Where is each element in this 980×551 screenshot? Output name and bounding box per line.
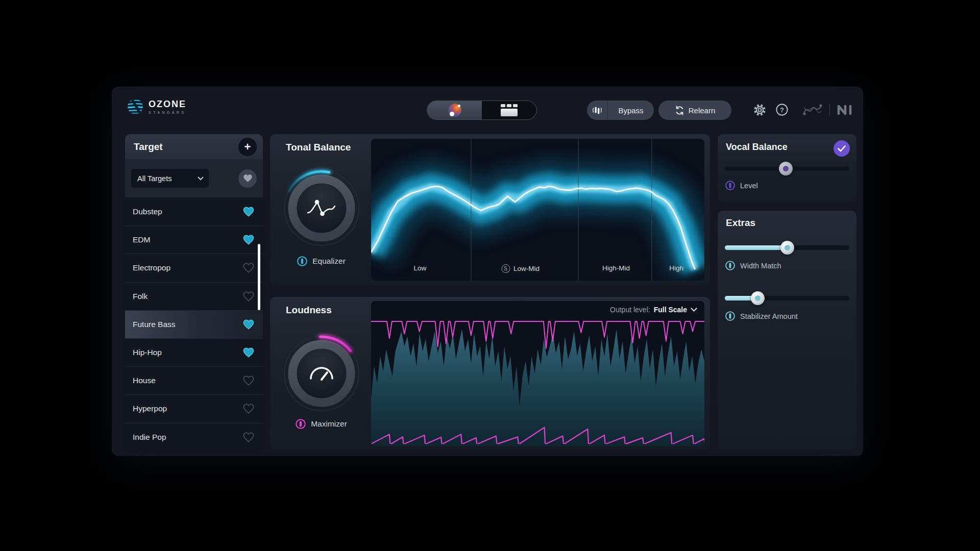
target-list-item[interactable]: House	[125, 366, 263, 394]
tonal-balance-display[interactable]: LowSLow-MidHigh-MidHigh	[371, 139, 704, 281]
chevron-down-icon[interactable]	[691, 308, 697, 312]
width-match-slider[interactable]	[725, 241, 849, 255]
ozone-plugin-window: OZONE STANDARD Bypass Relear	[112, 87, 863, 456]
heart-icon	[243, 174, 253, 183]
favorite-heart-icon[interactable]	[243, 291, 254, 302]
equalizer-power-icon[interactable]	[297, 256, 308, 267]
check-icon	[838, 145, 846, 152]
view-toggle	[427, 101, 537, 120]
band-label-low: Low	[414, 264, 427, 272]
stabilizer-label: Stabilizer Amount	[740, 312, 798, 320]
favorite-heart-icon[interactable]	[243, 263, 254, 273]
loudness-title: Loudness	[286, 305, 332, 316]
target-list-item[interactable]: Hyperpop	[125, 394, 263, 422]
sphere-view-icon	[448, 104, 461, 117]
target-list-item[interactable]: Hip-Hop	[125, 338, 263, 366]
tonal-balance-title: Tonal Balance	[286, 142, 351, 153]
target-list-item[interactable]: Electropop	[125, 254, 263, 282]
target-label: Future Bass	[133, 320, 243, 329]
tonal-balance-panel: Tonal Balance	[270, 134, 710, 285]
topbar-divider	[829, 104, 830, 116]
favorite-heart-icon[interactable]	[243, 235, 254, 245]
bypass-button[interactable]: Bypass	[587, 101, 654, 120]
vocal-balance-panel: Vocal Balance Level	[718, 134, 856, 202]
band-label-low-mid: SLow-Mid	[501, 264, 540, 273]
settings-gear-icon[interactable]	[753, 103, 767, 117]
favorites-filter-button[interactable]	[238, 169, 257, 188]
maximizer-power-icon[interactable]	[295, 418, 306, 430]
target-label: House	[133, 376, 243, 385]
width-match-label: Width Match	[740, 262, 781, 270]
target-list-item[interactable]: Indie Pop	[125, 423, 263, 451]
target-label: Electropop	[133, 263, 243, 272]
favorite-heart-icon[interactable]	[243, 432, 254, 442]
extras-panel: Extras Width Match Stabilizer Amount	[718, 211, 856, 450]
izotope-wave-icon	[802, 103, 823, 117]
svg-text:?: ?	[780, 106, 784, 114]
maximizer-knob[interactable]	[278, 330, 365, 417]
target-label: Folk	[133, 292, 243, 301]
add-target-button[interactable]: +	[238, 138, 257, 156]
vocal-level-slider[interactable]	[725, 162, 849, 176]
sidebar-scrollbar[interactable]	[258, 244, 260, 310]
target-sidebar: Target + All Targets Dubstep EDM	[125, 134, 263, 451]
extras-title: Extras	[726, 217, 755, 229]
chevron-down-icon	[198, 177, 204, 181]
target-label: Hyperpop	[133, 404, 243, 413]
relearn-refresh-icon	[675, 106, 684, 115]
native-instruments-logo	[836, 104, 854, 116]
vocal-balance-check-button[interactable]	[834, 140, 850, 157]
favorite-heart-icon[interactable]	[243, 404, 254, 414]
equalizer-knob[interactable]	[278, 165, 365, 252]
logo-title: OZONE	[149, 99, 186, 110]
width-match-power-icon[interactable]	[725, 260, 736, 271]
solo-icon[interactable]: S	[501, 264, 510, 273]
target-label: EDM	[133, 235, 243, 244]
view-toggle-visual[interactable]	[427, 101, 482, 119]
logo-subtitle: STANDARD	[149, 111, 186, 114]
equalizer-label: Equalizer	[312, 257, 346, 266]
ozone-logo: OZONE STANDARD	[127, 98, 186, 115]
target-list: Dubstep EDM Electropop Folk Future Bass	[125, 197, 263, 451]
loudness-panel: Loudness	[270, 297, 710, 450]
stabilizer-power-icon[interactable]	[725, 311, 736, 321]
maximizer-label: Maximizer	[311, 419, 347, 429]
sidebar-title: Target	[134, 141, 238, 153]
bypass-label: Bypass	[608, 106, 654, 115]
help-icon[interactable]: ?	[775, 103, 789, 116]
favorite-heart-icon[interactable]	[243, 375, 254, 386]
ozone-swirl-icon	[127, 98, 144, 115]
favorite-heart-icon[interactable]	[243, 207, 254, 217]
target-list-item[interactable]: Dubstep	[125, 197, 263, 226]
target-list-item[interactable]: Folk	[125, 282, 263, 310]
vocal-balance-title: Vocal Balance	[726, 142, 788, 153]
stabilizer-amount-slider[interactable]	[725, 291, 849, 305]
output-level-label: Output level:	[610, 306, 650, 314]
target-label: Dubstep	[133, 207, 243, 216]
favorite-heart-icon[interactable]	[243, 319, 254, 330]
output-level-value[interactable]: Full Scale	[654, 306, 687, 314]
target-filter-value: All Targets	[137, 174, 193, 183]
relearn-button[interactable]: Relearn	[658, 101, 731, 120]
band-labels: LowSLow-MidHigh-MidHigh	[371, 264, 704, 274]
band-label-high: High	[669, 264, 683, 272]
target-list-item[interactable]: Future Bass	[125, 310, 263, 338]
view-toggle-modules[interactable]	[482, 101, 536, 119]
modules-view-icon	[501, 104, 518, 116]
target-label: Hip-Hop	[133, 348, 243, 357]
level-power-icon[interactable]	[725, 180, 736, 191]
favorite-heart-icon[interactable]	[243, 347, 254, 358]
band-label-high-mid: High-Mid	[602, 264, 630, 272]
signal-chain-icon[interactable]	[587, 101, 608, 120]
target-filter-dropdown[interactable]: All Targets	[131, 169, 209, 188]
target-label: Indie Pop	[133, 433, 243, 442]
level-label: Level	[740, 182, 758, 190]
relearn-label: Relearn	[689, 106, 716, 115]
loudness-display[interactable]: Output level: Full Scale	[371, 301, 704, 446]
target-list-item[interactable]: EDM	[125, 226, 263, 254]
